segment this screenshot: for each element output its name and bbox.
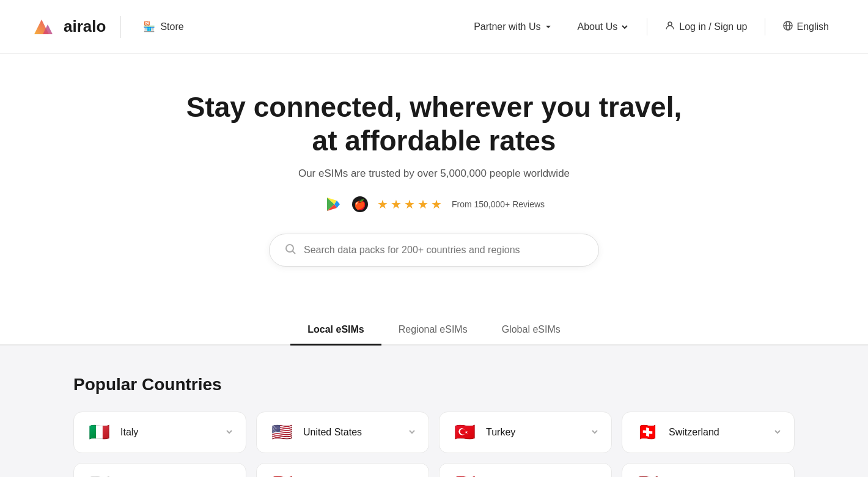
partner-label: Partner with Us (474, 21, 540, 32)
chevron-down-icon (773, 427, 782, 438)
logo[interactable]: airalo (29, 12, 106, 42)
app-store-badge[interactable]: 🍎 (350, 194, 370, 214)
about-label: About Us (578, 21, 618, 32)
chevron-down-icon (620, 22, 630, 32)
chevron-down-icon (225, 427, 234, 438)
country-card[interactable]: 🇺🇸 United States (256, 412, 429, 453)
country-name: United States (303, 427, 362, 438)
tabs-container: Local eSIMs Regional eSIMs Global eSIMs (0, 316, 868, 346)
login-button[interactable]: Log in / Sign up (655, 15, 757, 39)
user-icon (664, 20, 675, 34)
star-3: ★ (404, 197, 415, 212)
country-flag: 🇹🇭 (452, 475, 477, 477)
hero-title-line1: Stay connected, wherever you travel, (186, 91, 682, 123)
country-card[interactable]: 🇯🇵 Japan (73, 463, 246, 477)
popular-countries-section: Popular Countries 🇮🇹 Italy 🇺🇸 United Sta… (0, 346, 868, 477)
countries-grid: 🇮🇹 Italy 🇺🇸 United States 🇹🇷 Turk (73, 412, 795, 477)
star-2: ★ (391, 197, 402, 212)
country-card[interactable]: 🇨🇭 Switzerland (622, 412, 795, 453)
country-left: 🇦🇱 Albania (269, 475, 336, 477)
hero-title: Stay connected, wherever you travel, at … (29, 91, 839, 158)
flag-emoji: 🇮🇹 (89, 424, 110, 441)
search-icon (284, 243, 296, 257)
country-card[interactable]: 🇹🇷 Turkey (439, 412, 612, 453)
country-left: 🇲🇦 Morocco (634, 475, 706, 477)
search-container (269, 234, 599, 267)
country-left: 🇹🇭 Thailand (452, 475, 523, 477)
svg-point-10 (286, 245, 293, 252)
star-half: ★ (431, 197, 442, 212)
google-play-icon (325, 196, 342, 213)
login-label: Log in / Sign up (679, 21, 747, 32)
star-rating: ★ ★ ★ ★ ★ (377, 197, 442, 212)
country-flag: 🇲🇦 (634, 475, 660, 477)
section-title: Popular Countries (73, 375, 795, 394)
tab-regional-esims[interactable]: Regional eSIMs (381, 316, 485, 346)
navbar: airalo 🏪 Store Partner with Us About Us … (0, 0, 868, 54)
country-flag: 🇺🇸 (269, 423, 295, 442)
hero-title-line2: at affordable rates (312, 125, 556, 157)
language-label: English (797, 21, 829, 32)
chevron-down-icon (408, 427, 416, 438)
country-card[interactable]: 🇹🇭 Thailand (439, 463, 612, 477)
store-button[interactable]: 🏪 Store (136, 16, 191, 37)
tab-local-esims[interactable]: Local eSIMs (290, 316, 381, 346)
country-flag: 🇮🇹 (86, 423, 112, 442)
country-left: 🇺🇸 United States (269, 423, 362, 442)
svg-line-11 (293, 251, 296, 254)
search-box (269, 234, 599, 267)
country-left: 🇮🇹 Italy (86, 423, 138, 442)
logo-icon (29, 12, 59, 42)
flag-emoji: 🇹🇷 (454, 424, 476, 441)
store-label: Store (160, 21, 183, 32)
apple-icon: 🍎 (351, 196, 369, 213)
country-name: Switzerland (669, 427, 719, 438)
chevron-down-icon (590, 427, 599, 438)
country-flag: 🇹🇷 (452, 423, 477, 442)
search-input[interactable] (304, 245, 584, 256)
country-name: Italy (120, 427, 138, 438)
country-card[interactable]: 🇮🇹 Italy (73, 412, 246, 453)
nav-right: Partner with Us About Us Log in / Sign u… (464, 15, 839, 39)
globe-icon (782, 20, 793, 34)
country-flag: 🇯🇵 (86, 475, 112, 477)
country-left: 🇹🇷 Turkey (452, 423, 515, 442)
about-us-button[interactable]: About Us (568, 17, 640, 37)
logo-text: airalo (64, 17, 106, 36)
store-icon: 🏪 (143, 21, 155, 32)
svg-point-0 (668, 22, 672, 26)
country-card[interactable]: 🇲🇦 Morocco (622, 463, 795, 477)
nav-vertical-divider (647, 18, 647, 35)
flag-emoji: 🇨🇭 (637, 424, 658, 441)
country-flag: 🇨🇭 (634, 423, 660, 442)
language-button[interactable]: English (773, 15, 839, 39)
partner-with-us-button[interactable]: Partner with Us (464, 17, 562, 37)
chevron-down-icon (543, 22, 553, 32)
nav-left: airalo 🏪 Store (29, 12, 191, 42)
country-flag: 🇦🇱 (269, 475, 295, 477)
star-4: ★ (417, 197, 428, 212)
star-1: ★ (377, 197, 388, 212)
flag-emoji: 🇺🇸 (271, 424, 293, 441)
country-left: 🇨🇭 Switzerland (634, 423, 719, 442)
reviews-count: From 150,000+ Reviews (452, 199, 545, 209)
hero-subtitle: Our eSIMs are trusted by over 5,000,000 … (29, 168, 839, 180)
tab-global-esims[interactable]: Global eSIMs (485, 316, 578, 346)
store-badges: 🍎 ★ ★ ★ ★ ★ From 150,000+ Reviews (29, 194, 839, 214)
nav-divider (120, 16, 121, 38)
country-left: 🇯🇵 Japan (86, 475, 147, 477)
country-name: Turkey (486, 427, 515, 438)
svg-text:🍎: 🍎 (354, 199, 366, 210)
country-card[interactable]: 🇦🇱 Albania (256, 463, 429, 477)
nav-vertical-divider2 (765, 18, 765, 35)
google-play-badge[interactable] (323, 194, 343, 214)
hero-section: Stay connected, wherever you travel, at … (0, 54, 868, 316)
